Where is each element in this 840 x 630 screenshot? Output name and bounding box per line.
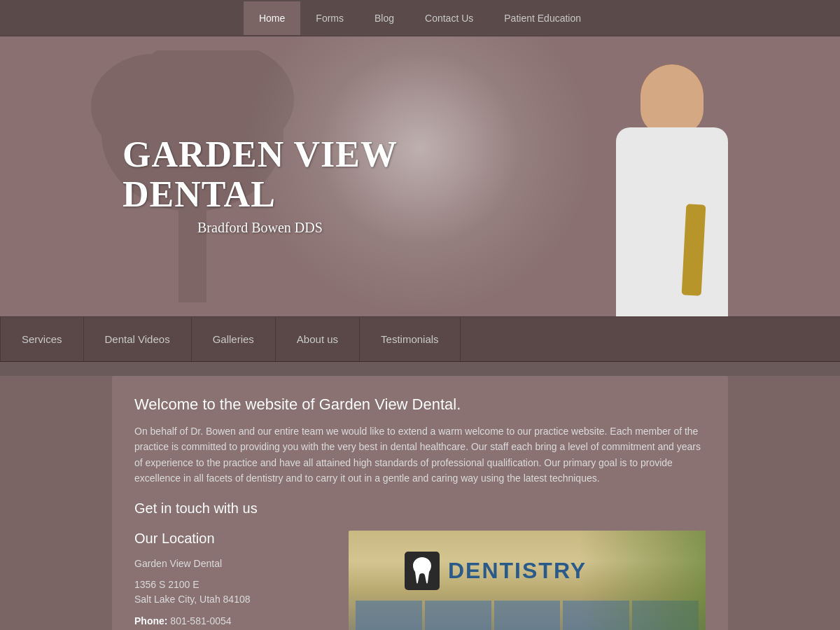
content-box: Welcome to the website of Garden View De… bbox=[112, 376, 728, 630]
hero-section: GARDEN VIEWDENTAL Bradford Bowen DDS bbox=[0, 36, 840, 316]
doctor-tie bbox=[682, 204, 706, 295]
building-sign: DENTISTRY bbox=[405, 552, 587, 590]
address-line1: 1356 S 2100 E bbox=[134, 579, 200, 590]
top-navigation: Home Forms Blog Contact Us Patient Educa… bbox=[0, 0, 840, 36]
nav-dental-videos[interactable]: Dental Videos bbox=[84, 317, 192, 361]
phone-label: Phone: bbox=[134, 615, 167, 626]
address-line2: Salt Lake City, Utah 84108 bbox=[134, 594, 251, 605]
get-in-touch-heading: Get in touch with us bbox=[134, 500, 706, 517]
window-3 bbox=[494, 601, 561, 630]
nav-blog[interactable]: Blog bbox=[359, 1, 410, 35]
doctor-image bbox=[602, 64, 756, 316]
window-2 bbox=[425, 601, 491, 630]
doctor-head bbox=[640, 64, 704, 134]
window-1 bbox=[356, 601, 422, 630]
dentistry-sign-text: DENTISTRY bbox=[448, 558, 587, 584]
welcome-text: On behalf of Dr. Bowen and our entire te… bbox=[134, 424, 706, 486]
secondary-navigation: Services Dental Videos Galleries About u… bbox=[0, 316, 840, 362]
location-address: 1356 S 2100 E Salt Lake City, Utah 84108 bbox=[134, 578, 328, 607]
location-name: Garden View Dental bbox=[134, 558, 328, 569]
nav-forms[interactable]: Forms bbox=[300, 1, 359, 35]
hero-title: GARDEN VIEWDENTAL bbox=[122, 134, 398, 214]
nav-about-us[interactable]: About us bbox=[276, 317, 360, 361]
tooth-logo bbox=[405, 552, 440, 590]
hero-text-block: GARDEN VIEWDENTAL Bradford Bowen DDS bbox=[122, 134, 398, 236]
nav-galleries[interactable]: Galleries bbox=[192, 317, 276, 361]
hero-subtitle: Bradford Bowen DDS bbox=[122, 220, 398, 236]
doctor-figure bbox=[602, 64, 756, 316]
location-title: Our Location bbox=[134, 531, 328, 547]
nav-contact[interactable]: Contact Us bbox=[410, 1, 489, 35]
phone-number: 801-581-0054 bbox=[170, 615, 231, 626]
nav-patient-education[interactable]: Patient Education bbox=[489, 1, 596, 35]
nav-services[interactable]: Services bbox=[0, 317, 84, 361]
location-image: DENTISTRY bbox=[349, 531, 706, 630]
main-content: Welcome to the website of Garden View De… bbox=[0, 376, 840, 630]
tree-overlay bbox=[580, 531, 706, 630]
nav-home[interactable]: Home bbox=[244, 1, 300, 35]
location-section: Our Location Garden View Dental 1356 S 2… bbox=[134, 531, 706, 630]
location-phone: Phone: 801-581-0054 bbox=[134, 615, 328, 626]
location-info: Our Location Garden View Dental 1356 S 2… bbox=[134, 531, 328, 630]
welcome-heading: Welcome to the website of Garden View De… bbox=[134, 396, 706, 414]
building-photo: DENTISTRY bbox=[349, 531, 706, 630]
doctor-body bbox=[616, 127, 728, 316]
nav-testimonials[interactable]: Testimonials bbox=[360, 317, 461, 361]
building-facade: DENTISTRY bbox=[349, 531, 706, 630]
